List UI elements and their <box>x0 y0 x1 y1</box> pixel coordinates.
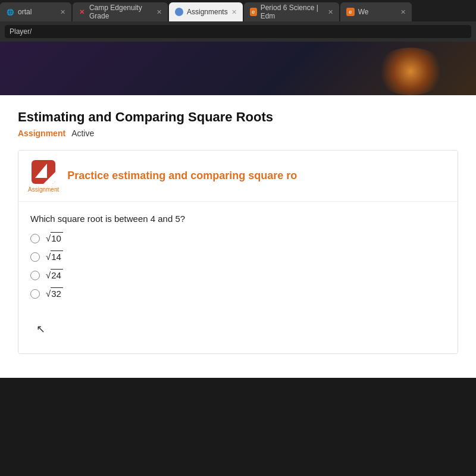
tab-camp[interactable]: ✕ Camp Edgenuity Grade ✕ <box>73 2 168 21</box>
address-bar-row: Player/ <box>0 21 476 42</box>
assignment-card: Assignment Practice estimating and compa… <box>18 150 458 354</box>
question-text: Which square root is between 4 and 5? <box>30 214 446 224</box>
assignment-icon-label: Assignment <box>28 186 59 193</box>
breadcrumb: Assignment Active <box>18 129 458 138</box>
tab-period6-close[interactable]: ✕ <box>328 8 333 16</box>
radio-option-4[interactable] <box>30 289 40 299</box>
portal-favicon: 🌐 <box>6 8 14 16</box>
tab-assignments[interactable]: Assignments ✕ <box>169 2 243 21</box>
we-favicon: e <box>346 8 355 16</box>
breadcrumb-current: Active <box>71 129 94 138</box>
app-header-dark <box>0 42 476 95</box>
address-bar[interactable]: Player/ <box>5 25 471 38</box>
tab-bar: 🌐 ortal ✕ ✕ Camp Edgenuity Grade ✕ Assig… <box>0 0 476 21</box>
tab-portal-close[interactable]: ✕ <box>60 8 65 16</box>
tab-period6-label: Period 6 Science | Edm <box>261 4 324 20</box>
period6-favicon: e <box>250 8 257 16</box>
answer-option-1[interactable]: √10 <box>30 233 446 243</box>
answer-text-2: √14 <box>46 252 63 262</box>
page-title: Estimating and Comparing Square Roots <box>18 109 458 125</box>
tab-portal[interactable]: 🌐 ortal ✕ <box>0 2 71 21</box>
cursor-indicator: ↖ <box>30 322 446 336</box>
assignment-header-text: Practice estimating and comparing square… <box>67 170 448 182</box>
assignments-favicon <box>175 8 183 16</box>
tab-assignments-label: Assignments <box>187 8 228 16</box>
assignment-icon-inner <box>32 160 55 184</box>
answer-option-2[interactable]: √14 <box>30 252 446 262</box>
browser-chrome: 🌐 ortal ✕ ✕ Camp Edgenuity Grade ✕ Assig… <box>0 0 476 42</box>
assignment-card-header: Assignment Practice estimating and compa… <box>18 151 458 202</box>
tab-camp-label: Camp Edgenuity Grade <box>89 4 153 20</box>
tab-assignments-close[interactable]: ✕ <box>231 8 237 16</box>
answer-option-4[interactable]: √32 <box>30 289 446 299</box>
breadcrumb-link[interactable]: Assignment <box>18 129 65 138</box>
main-content: Estimating and Comparing Square Roots As… <box>0 95 476 378</box>
tab-we-close[interactable]: ✕ <box>400 8 406 16</box>
answer-text-3: √24 <box>46 270 63 280</box>
tab-camp-close[interactable]: ✕ <box>156 8 162 16</box>
answer-option-3[interactable]: √24 <box>30 270 446 280</box>
tab-we-label: We <box>358 8 369 16</box>
answer-text-1: √10 <box>46 233 63 243</box>
question-content: Which square root is between 4 and 5? √1… <box>18 202 458 353</box>
radio-option-2[interactable] <box>30 252 40 262</box>
answer-text-4: √32 <box>46 289 63 299</box>
assignment-icon-wrapper: Assignment <box>28 159 59 193</box>
radio-option-3[interactable] <box>30 271 40 280</box>
tab-portal-label: ortal <box>18 8 32 16</box>
tab-we[interactable]: e We ✕ <box>340 2 412 21</box>
tab-period6[interactable]: e Period 6 Science | Edm ✕ <box>244 2 339 21</box>
assignment-icon-triangle <box>35 164 47 178</box>
camp-favicon: ✕ <box>79 8 86 16</box>
radio-option-1[interactable] <box>30 234 40 243</box>
assignment-icon <box>30 159 57 185</box>
